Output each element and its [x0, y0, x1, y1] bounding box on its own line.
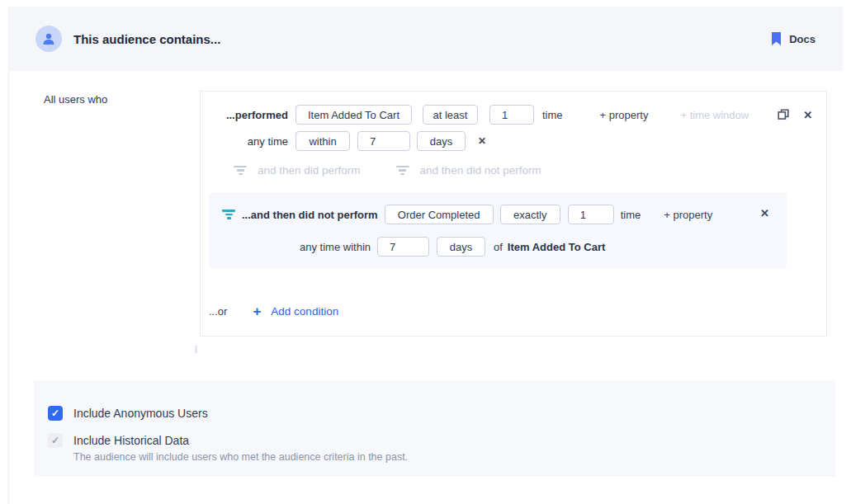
copy-icon	[778, 109, 789, 120]
page-left-border	[8, 7, 9, 504]
window-value-input[interactable]	[357, 131, 410, 151]
options-panel: ✓ Include Anonymous Users ✓ Include Hist…	[34, 380, 835, 477]
check-icon: ✓	[51, 436, 59, 445]
did-not-perform-label: ...and then did not perform	[242, 209, 378, 221]
within-select-button[interactable]: within	[295, 131, 350, 151]
any-time-label: any time	[201, 135, 288, 148]
and-then-did-not-perform-label: and then did not perform	[420, 164, 541, 177]
anonymous-users-checkbox[interactable]: ✓	[48, 406, 63, 421]
any-time-within-label: any time within	[209, 241, 371, 253]
subcondition-window-row: any time within days of Item Added To Ca…	[209, 237, 787, 257]
filter-icon	[234, 166, 247, 176]
condition-card: ...performed Item Added To Cart at least…	[200, 91, 827, 337]
close-icon: ✕	[478, 136, 486, 146]
historical-data-option: ✓ Include Historical Data	[48, 433, 189, 448]
anonymous-users-label: Include Anonymous Users	[73, 407, 208, 420]
filter-icon	[396, 166, 409, 176]
historical-data-checkbox: ✓	[48, 433, 63, 448]
add-time-window-button[interactable]: + time window	[680, 109, 749, 121]
subcondition-card: ...and then did not perform Order Comple…	[209, 192, 787, 268]
close-icon: ✕	[760, 208, 769, 219]
remove-subcondition-button[interactable]: ✕	[760, 208, 769, 219]
and-then-did-perform-button[interactable]: and then did perform	[234, 164, 361, 177]
operator-select-button[interactable]: at least	[423, 105, 478, 125]
remove-condition-button[interactable]: ✕	[803, 110, 812, 120]
filter-icon	[222, 210, 235, 219]
of-label: of	[494, 241, 503, 253]
add-condition-row: ...or + Add condition	[209, 304, 338, 318]
performed-condition-row: ...performed Item Added To Cart at least…	[201, 105, 826, 125]
time-window-row: any time within days ✕	[201, 131, 826, 151]
duplicate-condition-button[interactable]	[778, 109, 789, 120]
and-then-did-not-perform-button[interactable]: and then did not perform	[396, 164, 541, 177]
performed-label: ...performed	[201, 109, 288, 121]
all-users-who-label: All users who	[44, 93, 107, 106]
docs-button[interactable]: Docs	[771, 32, 816, 45]
sub-count-input[interactable]	[568, 205, 614, 224]
bookmark-icon	[771, 32, 782, 45]
sub-event-select-button[interactable]: Order Completed	[385, 205, 494, 224]
or-label: ...or	[209, 305, 227, 318]
close-icon: ✕	[803, 110, 812, 120]
sub-window-unit-button[interactable]: days	[437, 237, 485, 257]
event-select-button[interactable]: Item Added To Cart	[295, 105, 412, 125]
sequence-links-row: and then did perform and then did not pe…	[234, 164, 541, 177]
subcondition-row: ...and then did not perform Order Comple…	[209, 205, 787, 224]
and-then-did-perform-label: and then did perform	[258, 164, 361, 177]
avatar	[35, 26, 62, 52]
add-condition-button[interactable]: Add condition	[271, 305, 338, 318]
remove-time-window-button[interactable]: ✕	[478, 136, 486, 146]
person-icon	[41, 31, 56, 46]
sub-time-suffix-label: time	[621, 209, 641, 221]
page-title: This audience contains...	[73, 32, 771, 46]
add-property-button[interactable]: + property	[600, 109, 649, 121]
docs-label: Docs	[789, 33, 816, 45]
of-event-label: Item Added To Cart	[508, 241, 605, 253]
sub-add-property-button[interactable]: + property	[664, 209, 712, 221]
plus-icon[interactable]: +	[253, 304, 261, 318]
connector-tick	[195, 346, 197, 353]
check-icon: ✓	[51, 408, 59, 418]
historical-data-label: Include Historical Data	[73, 434, 189, 447]
sub-operator-select-button[interactable]: exactly	[500, 205, 560, 224]
audience-header: This audience contains... Docs	[8, 7, 843, 71]
window-unit-button[interactable]: days	[417, 131, 466, 151]
sub-window-value-input[interactable]	[377, 237, 429, 257]
historical-data-description: The audience will include users who met …	[73, 451, 408, 463]
count-input[interactable]	[489, 105, 534, 125]
anonymous-users-option: ✓ Include Anonymous Users	[48, 406, 208, 421]
time-suffix-label: time	[542, 109, 563, 121]
